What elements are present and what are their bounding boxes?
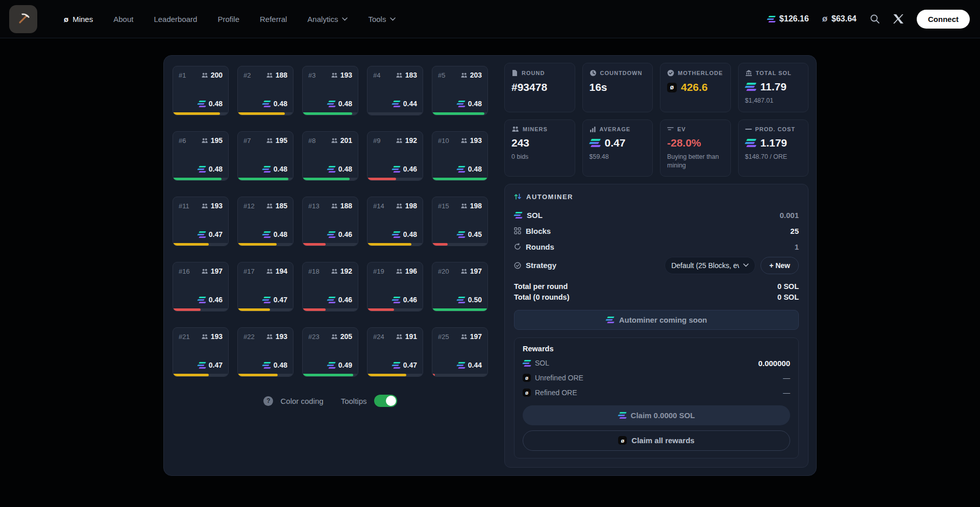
mine-card[interactable]: #61950.48 (173, 131, 229, 181)
mine-miners-count: 193 (266, 332, 287, 341)
mine-card[interactable]: #41830.44 (367, 66, 423, 115)
mine-sol-value: 0.46 (327, 296, 352, 304)
mine-card[interactable]: #12000.48 (173, 66, 229, 115)
mine-card[interactable]: #171940.47 (237, 262, 293, 311)
people-icon (266, 138, 273, 143)
nav-item-referral[interactable]: Referral (260, 15, 287, 23)
mine-sol-value: 0.48 (327, 100, 352, 108)
nav-item-mines[interactable]: ø Mines (64, 15, 93, 23)
ore-price: ø $63.64 (822, 14, 856, 24)
mine-progress-bar (238, 112, 293, 115)
dash-icon (745, 128, 752, 130)
autominer-sol-value[interactable]: 0.001 (779, 211, 799, 220)
mine-sol-value: 0.47 (198, 230, 223, 238)
top-nav: ø Mines About Leaderboard Profile Referr… (0, 0, 980, 38)
mine-sol-value: 0.49 (327, 361, 352, 369)
people-icon (396, 334, 403, 340)
mine-card[interactable]: #31930.48 (302, 66, 358, 115)
mine-sol-value: 0.48 (198, 165, 223, 173)
solana-icon (392, 231, 400, 238)
mine-card[interactable]: #52030.48 (432, 66, 488, 115)
nav-item-tools[interactable]: Tools (368, 15, 396, 23)
stat-card-total-sol: TOTAL SOL 11.79 $1,487.01 (738, 63, 809, 112)
mine-card[interactable]: #21880.48 (237, 66, 293, 115)
nav-item-leaderboard[interactable]: Leaderboard (154, 15, 197, 23)
mine-card[interactable]: #161970.46 (173, 262, 229, 311)
claim-sol-button[interactable]: Claim 0.0000 SOL (523, 405, 790, 425)
mine-card[interactable]: #151980.45 (432, 197, 488, 246)
stat-card-average: AVERAGE 0.47 $59.48 (582, 119, 653, 177)
autominer-coming-soon-button[interactable]: Autominer coming soon (514, 310, 799, 330)
solana-icon (262, 362, 271, 369)
mine-sol-value: 0.48 (457, 100, 482, 108)
solana-icon (392, 101, 400, 107)
mine-card[interactable]: #221930.48 (237, 327, 293, 377)
mine-progress-bar (303, 112, 358, 115)
mine-sol-value: 0.48 (457, 165, 482, 173)
ore-icon: ø (523, 374, 531, 382)
mine-card[interactable]: #251970.44 (432, 327, 488, 377)
mine-progress-bar (368, 112, 423, 115)
mine-miners-count: 205 (331, 332, 352, 341)
mine-card[interactable]: #211930.47 (173, 327, 229, 377)
rewards-refined-row: ø Refined ORE — (523, 385, 790, 400)
mine-id: #23 (308, 333, 320, 341)
bank-icon (745, 69, 752, 76)
connect-button[interactable]: Connect (917, 10, 970, 29)
mine-id: #24 (373, 333, 384, 341)
stat-card-countdown: COUNTDOWN 16s (582, 63, 653, 112)
mine-progress-bar (303, 308, 358, 311)
tooltips-label: Tooltips (341, 397, 367, 405)
mine-miners-count: 192 (331, 267, 352, 275)
mine-id: #21 (179, 333, 190, 341)
mine-miners-count: 197 (460, 332, 482, 341)
mine-id: #1 (179, 71, 186, 79)
help-icon[interactable]: ? (263, 396, 273, 406)
people-icon (201, 138, 208, 143)
search-icon[interactable] (870, 14, 880, 24)
autominer-rounds-value[interactable]: 1 (795, 243, 799, 251)
mine-card[interactable]: #191960.46 (367, 262, 423, 311)
solana-icon (198, 231, 206, 238)
new-strategy-button[interactable]: + New (761, 257, 799, 274)
solana-icon (392, 362, 400, 369)
nav-item-about[interactable]: About (113, 15, 133, 23)
autominer-sol-row: SOL 0.001 (514, 207, 799, 223)
mine-miners-count: 194 (266, 267, 287, 275)
nav-item-profile[interactable]: Profile (217, 15, 239, 23)
mine-card[interactable]: #121850.48 (237, 197, 293, 246)
nav-item-analytics[interactable]: Analytics (307, 15, 348, 23)
mine-id: #12 (243, 202, 255, 210)
x-twitter-icon[interactable] (893, 14, 903, 23)
total-per-round-row: Total per round 0 SOL (514, 282, 799, 293)
people-icon (331, 269, 338, 274)
rewards-title: Rewards (523, 345, 790, 353)
people-icon (460, 138, 468, 143)
solana-icon (745, 83, 756, 91)
stats-column: ROUND #93478 COUNTDOWN 16s (504, 63, 808, 468)
mine-card[interactable]: #101930.48 (432, 131, 488, 181)
mine-miners-count: 193 (331, 71, 352, 79)
tooltips-toggle[interactable] (374, 395, 397, 407)
mine-card[interactable]: #201970.50 (432, 262, 488, 311)
mine-progress-bar (432, 178, 487, 180)
mine-card[interactable]: #91920.46 (367, 131, 423, 181)
mine-card[interactable]: #82010.48 (302, 131, 358, 181)
mine-card[interactable]: #111930.47 (173, 197, 229, 246)
mine-miners-count: 185 (266, 202, 287, 210)
mine-card[interactable]: #71950.48 (237, 131, 293, 181)
mine-card[interactable]: #131880.46 (302, 197, 358, 246)
badge-check-icon (667, 69, 674, 77)
mine-card[interactable]: #232050.49 (302, 327, 358, 377)
mine-card[interactable]: #241910.47 (367, 327, 423, 377)
autominer-title: AUTOMINER (526, 193, 573, 201)
people-icon (266, 73, 273, 78)
mine-card[interactable]: #141980.48 (367, 197, 423, 246)
mine-id: #6 (179, 137, 186, 144)
strategy-dropdown[interactable]: Default (25 Blocks, ev (665, 257, 755, 274)
autominer-blocks-value[interactable]: 25 (790, 227, 799, 235)
mine-card[interactable]: #181920.46 (302, 262, 358, 311)
app-logo[interactable] (9, 5, 37, 33)
solana-icon (327, 166, 335, 173)
claim-all-rewards-button[interactable]: ø Claim all rewards (523, 430, 790, 451)
